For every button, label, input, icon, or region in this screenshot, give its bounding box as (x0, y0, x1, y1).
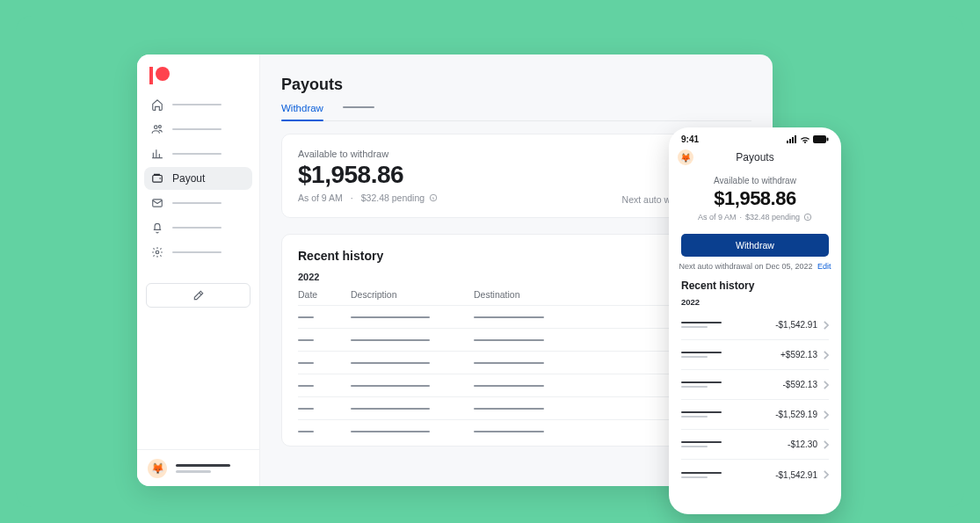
edit-icon (192, 289, 205, 301)
signal-icon (787, 135, 797, 143)
balance-asof: As of 9 AM (298, 192, 343, 203)
sidebar-item-insights[interactable] (144, 142, 252, 165)
tab-withdraw[interactable]: Withdraw (281, 103, 323, 120)
chevron-right-icon (823, 410, 829, 419)
sidebar-item-label (172, 128, 221, 130)
sidebar-item-label (172, 227, 221, 229)
list-item[interactable]: -$1,542.91 (681, 310, 829, 340)
sidebar-item-label (172, 153, 221, 155)
balance-sub: As of 9 AM · $32.48 pending (681, 213, 829, 222)
profile-sub-placeholder (176, 470, 211, 473)
list-item[interactable]: -$12.30 (681, 430, 829, 460)
sidebar-item-notifications[interactable] (144, 216, 252, 239)
row-amount: +$592.13 (780, 350, 817, 360)
sidebar-item-label (172, 202, 221, 204)
list-item[interactable]: +$592.13 (681, 340, 829, 370)
svg-point-1 (156, 67, 170, 81)
history-title: Recent history (681, 280, 829, 292)
chevron-right-icon (823, 321, 829, 330)
bar-chart-icon (151, 148, 163, 160)
balance-pending: $32.48 pending (361, 192, 425, 203)
gear-icon (151, 246, 163, 258)
row-amount: -$1,542.91 (775, 320, 817, 330)
svg-rect-14 (827, 138, 829, 142)
sidebar-item-label: Payout (172, 172, 205, 185)
list-item[interactable]: -$592.13 (681, 370, 829, 400)
page-title: Payouts (281, 76, 751, 94)
tabs: Withdraw (281, 103, 751, 121)
sidebar-item-home[interactable] (144, 93, 252, 116)
svg-point-2 (155, 126, 158, 129)
sidebar-item-payout[interactable]: Payout (144, 167, 252, 190)
svg-rect-11 (792, 137, 794, 143)
chevron-right-icon (823, 440, 829, 449)
list-item[interactable]: -$1,542.91 (681, 460, 829, 490)
compose-button[interactable] (146, 283, 250, 308)
next-auto-withdrawal: Next auto withdrawal on Dec 05, 2022 Edi… (669, 262, 841, 271)
info-icon[interactable] (803, 213, 812, 222)
edit-link[interactable]: Edit (817, 262, 831, 271)
balance-asof: As of 9 AM (698, 213, 737, 222)
col-destination: Destination (474, 289, 664, 300)
balance-pending: $32.48 pending (745, 213, 800, 222)
sidebar-item-messages[interactable] (144, 192, 252, 214)
sidebar: Payout 🦊 (137, 54, 260, 486)
mail-icon (151, 197, 163, 209)
col-date: Date (298, 289, 351, 300)
svg-rect-10 (789, 139, 791, 143)
people-icon (151, 123, 163, 135)
sidebar-item-settings[interactable] (144, 241, 252, 264)
svg-point-6 (156, 251, 159, 254)
mobile-title: Payouts (736, 151, 773, 163)
withdraw-button[interactable]: Withdraw (681, 234, 829, 257)
svg-rect-12 (795, 135, 796, 143)
sidebar-nav: Payout (137, 88, 259, 271)
mobile-history: Recent history 2022 -$1,542.91+$592.13-$… (669, 280, 841, 490)
mobile-header: 🦊 Payouts (669, 146, 841, 169)
home-icon (151, 98, 163, 111)
profile-name-placeholder (176, 464, 230, 467)
wallet-icon (151, 172, 163, 185)
row-amount: -$12.30 (788, 439, 817, 449)
svg-rect-13 (813, 135, 826, 143)
wifi-icon (800, 135, 810, 143)
svg-point-3 (158, 126, 161, 128)
sidebar-item-label (172, 104, 221, 105)
avatar[interactable]: 🦊 (678, 149, 693, 165)
bell-icon (151, 222, 163, 234)
status-bar: 9:41 (669, 127, 841, 146)
info-icon[interactable] (429, 193, 438, 202)
patreon-logo (137, 54, 259, 88)
svg-rect-0 (149, 67, 153, 84)
history-year: 2022 (681, 297, 829, 307)
tab-secondary[interactable] (343, 103, 374, 120)
mobile-window: 9:41 🦊 Payouts Available to withdraw $1,… (669, 127, 841, 514)
sidebar-item-label (172, 251, 221, 253)
col-description: Description (351, 289, 474, 300)
balance-label: Available to withdraw (681, 176, 829, 185)
row-amount: -$1,529.19 (775, 410, 817, 419)
row-amount: -$1,542.91 (775, 470, 817, 480)
status-time: 9:41 (681, 134, 699, 144)
chevron-right-icon (823, 381, 829, 389)
list-item[interactable]: -$1,529.19 (681, 400, 829, 430)
sidebar-item-audience[interactable] (144, 118, 252, 141)
mobile-balance: Available to withdraw $1,958.86 As of 9 … (669, 169, 841, 225)
sidebar-profile[interactable]: 🦊 (137, 449, 259, 486)
chevron-right-icon (823, 470, 829, 479)
chevron-right-icon (823, 351, 829, 360)
balance-amount: $1,958.86 (681, 187, 829, 210)
avatar: 🦊 (148, 459, 167, 478)
svg-rect-9 (787, 141, 788, 143)
row-amount: -$592.13 (783, 380, 817, 389)
battery-icon (813, 135, 829, 143)
